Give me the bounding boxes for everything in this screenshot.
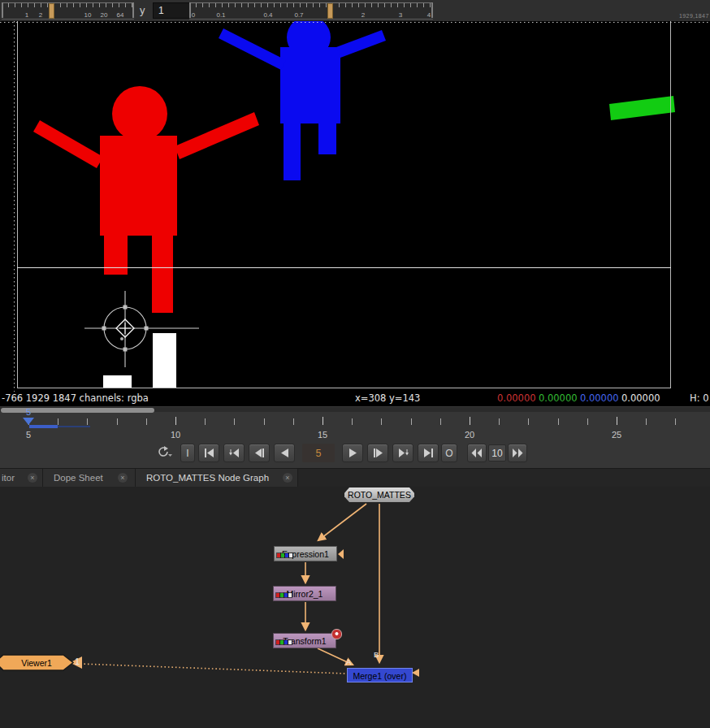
blue-value: 0.00000 <box>580 392 619 405</box>
white-shapes <box>103 333 176 388</box>
gamma-tick-label: 3 <box>399 11 402 19</box>
channels-icon <box>276 593 292 597</box>
close-icon[interactable]: × <box>283 473 292 483</box>
hue-value: H: 0 <box>690 392 709 405</box>
gamma-label: y <box>140 4 145 16</box>
gamma-slider-cap-left <box>189 2 191 18</box>
viewer-canvas[interactable]: HD_1080 <box>0 21 710 392</box>
green-figure <box>609 96 675 120</box>
timeline-scrollbar-thumb[interactable] <box>1 408 154 413</box>
green-value: 0.00000 <box>539 392 578 405</box>
tab-curve-editor[interactable]: itor × <box>0 469 42 488</box>
tab-label: Dope Sheet <box>54 469 103 487</box>
gamma-slider[interactable]: 0 0.1 0.4 0.7 1 2 3 4 <box>189 2 433 20</box>
gain-tick-label: 64 <box>117 11 124 19</box>
red-value: 0.00000 <box>497 392 536 405</box>
close-icon[interactable]: × <box>118 473 128 483</box>
viewer-toolbar: 1 2 10 20 64 y 0 0.1 0.4 0.7 1 2 3 4 <box>0 0 710 21</box>
major-tick <box>470 417 470 425</box>
gain-tick-label: 1 <box>25 11 28 19</box>
frame-increment-field[interactable]: 10 <box>488 444 506 462</box>
transform-gizmo[interactable] <box>84 291 199 367</box>
next-keyframe-button[interactable] <box>392 444 413 462</box>
frame-tick-label: 15 <box>318 430 327 440</box>
cached-range-dim <box>58 426 90 427</box>
tab-label: ROTO_MATTES Node Graph <box>146 469 269 487</box>
gamma-slider-cap-right <box>431 2 433 18</box>
gamma-tick-label: 0.7 <box>294 11 303 19</box>
step-forward-button[interactable] <box>367 444 388 462</box>
node-transform1[interactable]: Transform1 <box>273 633 336 648</box>
tab-label: itor <box>2 469 15 487</box>
error-badge-icon <box>331 629 342 639</box>
gamma-tick-label: 0 <box>192 11 195 19</box>
gamma-tick-label: 4 <box>427 11 431 19</box>
channels-icon <box>277 553 292 557</box>
merge-input-b-label: B <box>374 650 379 659</box>
gain-slider-ticks <box>2 3 134 7</box>
decrement-button[interactable] <box>467 444 487 462</box>
in-point-button[interactable]: I <box>180 444 195 462</box>
close-icon[interactable]: × <box>28 473 37 483</box>
step-back-button[interactable] <box>249 444 270 462</box>
frame-range-button[interactable]: O <box>441 444 457 462</box>
gamma-tick-label: 0.4 <box>263 11 272 19</box>
gain-tick-label: 10 <box>84 11 92 19</box>
node-roto-mattes[interactable]: ROTO_MATTES <box>344 488 414 502</box>
node-graph[interactable]: ROTO_MATTES Expression1 Mirror2_1 Transf… <box>0 487 710 728</box>
tab-separator <box>297 469 298 488</box>
red-figure <box>33 86 259 313</box>
tab-dope-sheet[interactable]: Dope Sheet × <box>43 469 135 488</box>
node-expression1[interactable]: Expression1 <box>274 546 337 561</box>
major-tick <box>617 417 617 425</box>
channels-icon <box>276 640 292 644</box>
play-forward-button[interactable] <box>342 444 363 462</box>
panel-tab-bar: itor × Dope Sheet × ROTO_MATTES Node Gra… <box>0 468 710 487</box>
nuke-window: 1 2 10 20 64 y 0 0.1 0.4 0.7 1 2 3 4 192… <box>0 0 710 728</box>
node-viewer1[interactable]: Viewer1 <box>6 656 67 670</box>
gain-slider-handle[interactable] <box>49 3 54 19</box>
playhead-frame-label: 5 <box>26 407 31 417</box>
gamma-tick-label: 0.1 <box>216 11 225 19</box>
playhead[interactable] <box>23 418 34 425</box>
node-merge1[interactable]: Merge1 (over) <box>347 668 413 682</box>
prev-keyframe-button[interactable] <box>223 444 245 462</box>
frame-tick-label: 10 <box>171 430 180 440</box>
frame-tick-label: 25 <box>612 430 621 440</box>
gain-tick-label: 2 <box>39 11 42 19</box>
major-tick <box>323 417 323 425</box>
frame-tick-label: 20 <box>465 430 474 440</box>
timeline-panel: 5 10 15 20 25 5 I 5 <box>0 406 710 468</box>
gamma-slider-ticks <box>189 3 433 7</box>
viewer-input-number: 1 <box>75 656 80 666</box>
cached-range-bar <box>29 425 58 428</box>
node-mirror2-1[interactable]: Mirror2_1 <box>273 586 336 601</box>
bbox-corner-coords: 1929,1847 <box>679 13 709 19</box>
gain-tick-label: 20 <box>101 11 108 19</box>
blue-figure <box>219 21 386 180</box>
gamma-slider-handle[interactable] <box>327 3 333 19</box>
frame-tick-label: 5 <box>26 430 31 440</box>
goto-end-button[interactable] <box>418 444 439 462</box>
node-graph-wires <box>0 487 710 728</box>
gamma-input[interactable] <box>153 2 193 19</box>
merge-mask-input <box>412 669 419 677</box>
node-label: Mirror2_1 <box>287 589 323 599</box>
current-frame-display[interactable]: 5 <box>302 444 335 462</box>
merge-input-a-label: A <box>346 657 351 666</box>
cursor-position-readout: x=308 y=143 <box>355 392 420 405</box>
alpha-value: 0.00000 <box>621 392 660 405</box>
timeline-scrollbar-track[interactable] <box>0 407 710 412</box>
gamma-tick-label: 2 <box>361 11 365 19</box>
viewer-image <box>0 21 710 392</box>
gain-slider[interactable]: 1 2 10 20 64 <box>2 2 134 20</box>
expression-indicator-icon <box>338 549 344 559</box>
viewer-info-bar: -766 1929 1847 channels: rgba x=308 y=14… <box>0 392 710 406</box>
loop-mode-button[interactable] <box>155 445 173 462</box>
increment-button[interactable] <box>508 444 527 462</box>
play-backward-button[interactable] <box>274 444 295 462</box>
tab-node-graph[interactable]: ROTO_MATTES Node Graph × <box>136 469 297 488</box>
frame-ruler[interactable] <box>28 418 703 425</box>
major-tick <box>175 417 176 425</box>
goto-start-button[interactable] <box>198 444 219 462</box>
